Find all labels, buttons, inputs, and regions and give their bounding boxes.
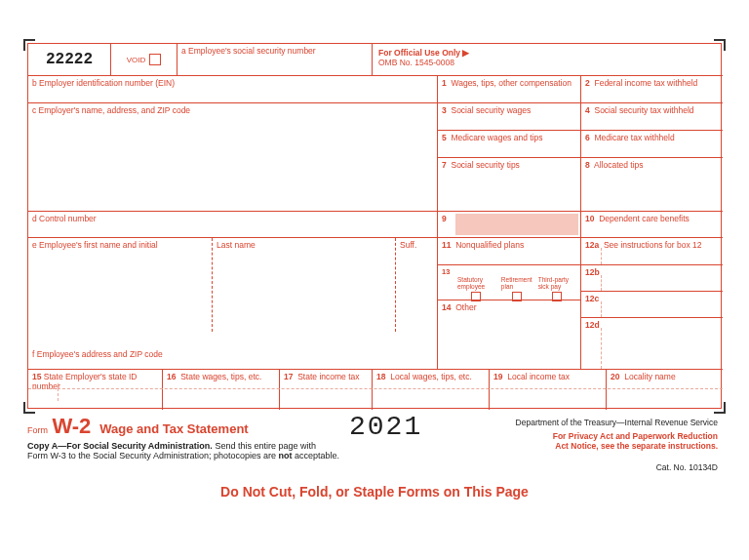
b13-ret-label: Retirement plan <box>501 276 532 290</box>
form-outer-box: 22222 VOID a Employee's social security … <box>27 43 722 409</box>
box-16-label: State wages, tips, etc. <box>180 372 261 381</box>
w2-title: W-2 <box>52 414 91 438</box>
box-13-retirement[interactable]: Retirement plan <box>501 276 532 301</box>
box-12c[interactable]: 12c <box>580 291 723 317</box>
omb-block: For Official Use Only ▶ OMB No. 1545-000… <box>373 44 723 75</box>
box-12d[interactable]: 12d <box>580 317 723 369</box>
box-a-label: a Employee's social security number <box>181 46 316 56</box>
box-11-label: Nonqualified plans <box>455 240 524 250</box>
box-2[interactable]: 2 Federal income tax withheld <box>580 75 723 102</box>
box-6[interactable]: 6 Medicare tax withheld <box>580 130 723 157</box>
b13-tp-label: Third-party sick pay <box>538 276 576 290</box>
box-e-lastname[interactable]: Last name <box>212 238 395 332</box>
b13-stat-label: Statutory employee <box>457 276 495 290</box>
box-e-suffix[interactable]: Suff. <box>395 238 437 332</box>
box-f-address[interactable]: f Employee's address and ZIP code <box>28 347 437 361</box>
privacy-notice: For Privacy Act and Paperwork Reduction … <box>553 431 718 451</box>
void-label: VOID <box>127 56 146 64</box>
catalog-number: Cat. No. 10134D <box>656 462 718 472</box>
dept-treasury: Department of the Treasury—Internal Reve… <box>516 418 718 427</box>
box-19-label: Local income tax <box>507 372 570 381</box>
box-12a-label: See instructions for box 12 <box>604 240 702 250</box>
box-8-label: Allocated tips <box>594 160 644 170</box>
box-5[interactable]: 5 Medicare wages and tips <box>437 130 580 157</box>
box-a-ssn[interactable]: a Employee's social security number <box>177 44 373 75</box>
box-11[interactable]: 11 Nonqualified plans <box>437 237 580 264</box>
box-7-label: Social security tips <box>451 160 519 170</box>
box-e-suf-label: Suff. <box>400 240 416 250</box>
box-b-label: b Employer identification number (EIN) <box>32 78 175 88</box>
state-row-divider <box>28 388 723 389</box>
crop-mark-bl <box>23 402 35 414</box>
box-17[interactable]: 17 State income tax <box>279 369 372 410</box>
box-3-label: Social security wages <box>451 105 531 115</box>
box-e-employee-name: e Employee's first name and initial Last… <box>28 237 437 369</box>
box-14-label: Other <box>455 302 476 312</box>
box-8[interactable]: 8 Allocated tips <box>580 157 723 211</box>
box-10[interactable]: 10 Dependent care benefits <box>580 211 723 237</box>
box-19[interactable]: 19 Local income tax <box>489 369 606 410</box>
box-b-ein[interactable]: b Employer identification number (EIN) <box>28 75 437 102</box>
box-1-label: Wages, tips, other compensation <box>451 78 571 88</box>
crop-mark-tr <box>714 39 726 51</box>
crop-mark-tl <box>23 39 35 51</box>
w2-form: 22222 VOID a Employee's social security … <box>27 43 722 509</box>
box-d-control[interactable]: d Control number <box>28 211 437 237</box>
box-c-employer[interactable]: c Employer's name, address, and ZIP code <box>28 102 437 211</box>
box-16[interactable]: 16 State wages, tips, etc. <box>162 369 279 410</box>
box-e-firstname[interactable]: e Employee's first name and initial <box>28 238 212 332</box>
box-2-label: Federal income tax withheld <box>594 78 697 88</box>
box-17-label: State income tax <box>297 372 359 381</box>
box-f-label: f Employee's address and ZIP code <box>32 349 163 359</box>
box-6-label: Medicare tax withheld <box>594 133 674 142</box>
box-20-label: Locality name <box>624 372 675 381</box>
box-20[interactable]: 20 Locality name <box>606 369 723 410</box>
box-7[interactable]: 7 Social security tips <box>437 157 580 211</box>
box-14[interactable]: 14 Other <box>437 300 580 369</box>
void-box: VOID <box>111 44 177 75</box>
box-d-label: d Control number <box>32 214 97 223</box>
crop-mark-br <box>714 402 726 414</box>
official-use-label: For Official Use Only ▶ <box>378 48 469 58</box>
box-1[interactable]: 1 Wages, tips, other compensation <box>437 75 580 102</box>
box-9: 9 <box>437 211 580 237</box>
box-13: 13 Statutory employee Retirement plan Th… <box>437 264 580 300</box>
void-checkbox[interactable] <box>149 54 161 65</box>
box-12b[interactable]: 12b <box>580 264 723 291</box>
box-15[interactable]: 15 State Employer's state ID number <box>28 369 162 410</box>
box-5-label: Medicare wages and tips <box>451 133 542 142</box>
box-4-label: Social security tax withheld <box>594 105 693 115</box>
box-13-thirdparty[interactable]: Third-party sick pay <box>538 276 576 301</box>
box-4[interactable]: 4 Social security tax withheld <box>580 102 723 130</box>
box-e-ln-label: Last name <box>217 240 256 250</box>
box-e-fn-label: e Employee's first name and initial <box>32 240 158 250</box>
do-not-cut-notice: Do Not Cut, Fold, or Staple Forms on Thi… <box>27 484 722 500</box>
omb-number: OMB No. 1545-0008 <box>378 58 717 67</box>
box-3[interactable]: 3 Social security wages <box>437 102 580 130</box>
form-code-22222: 22222 <box>28 44 111 75</box>
box-10-label: Dependent care benefits <box>599 214 690 223</box>
form-footer: Form W-2 Wage and Tax Statement 2021 Dep… <box>27 414 722 460</box>
box-12a[interactable]: 12a See instructions for box 12 <box>580 237 723 264</box>
tax-year: 2021 <box>349 412 422 442</box>
box-9-shaded <box>455 214 578 235</box>
form-word: Form <box>27 425 48 435</box>
wage-tax-statement: Wage and Tax Statement <box>99 421 248 436</box>
box-13-statutory[interactable]: Statutory employee <box>457 276 495 301</box>
box-18[interactable]: 18 Local wages, tips, etc. <box>372 369 489 410</box>
box-18-label: Local wages, tips, etc. <box>390 372 472 381</box>
box-c-label: c Employer's name, address, and ZIP code <box>32 105 190 115</box>
